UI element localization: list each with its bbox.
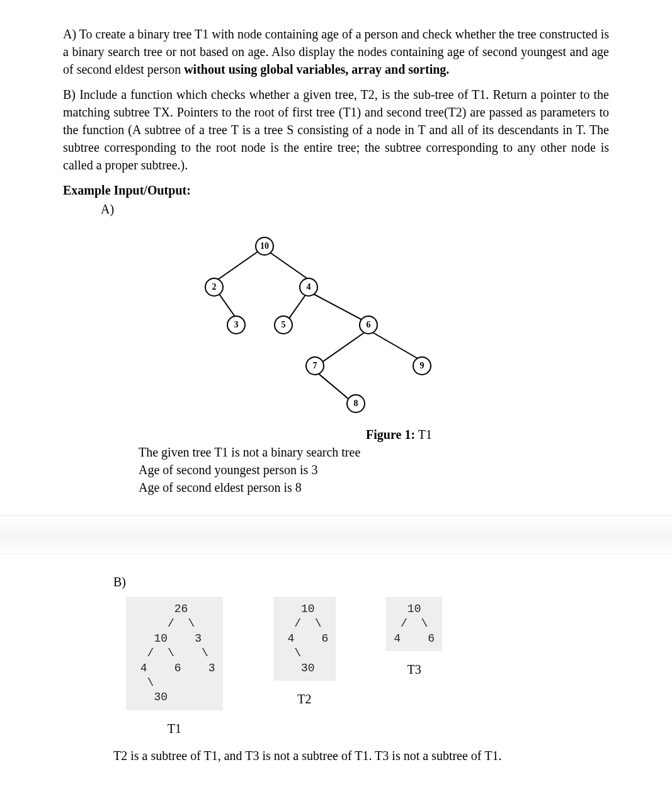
tree-node: 8 [346, 394, 365, 413]
tree-node: 5 [274, 315, 293, 334]
tree-node: 2 [205, 278, 224, 297]
ascii-tree-t3: 10 / \ 4 6 [386, 597, 442, 651]
tree-edge [266, 249, 310, 281]
tree-node: 9 [413, 356, 431, 375]
figure-output-line: Age of second eldest person is 8 [139, 479, 609, 496]
page-divider [0, 515, 672, 554]
ascii-tree-t2: 10 / \ 4 6 \ 30 [273, 597, 336, 681]
tree-block-t1: 26 / \ 10 3 / \ \ 4 6 3 \ 30 T1 [126, 597, 223, 737]
tree-block-t3: 10 / \ 4 6 T3 [386, 597, 442, 678]
figure-title: Figure 1: T1 [189, 426, 609, 443]
figure-title-rest: T1 [415, 428, 432, 441]
section-b-conclusion: T2 is a subtree of T1, and T3 is not a s… [113, 747, 609, 764]
tree-node: 4 [299, 278, 318, 297]
para-a-bold: without using global variables, array an… [184, 62, 449, 76]
tree-node: 3 [227, 315, 246, 334]
ascii-tree-t1: 26 / \ 10 3 / \ \ 4 6 3 \ 30 [126, 597, 223, 710]
tree-block-t2: 10 / \ 4 6 \ 30 T2 [273, 597, 336, 708]
trees-row: 26 / \ 10 3 / \ \ 4 6 3 \ 30 T1 10 / \ 4… [126, 597, 609, 737]
figure-title-bold: Figure 1: [366, 428, 415, 441]
tree-label-t2: T2 [297, 690, 311, 708]
tree-label-t1: T1 [168, 720, 181, 737]
section-b-label: B) [113, 573, 609, 591]
section-b: B) 26 / \ 10 3 / \ \ 4 6 3 \ 30 T1 10 / … [63, 573, 609, 764]
figure-output-line: The given tree T1 is not a binary search… [139, 443, 609, 461]
tree-node: 7 [305, 356, 324, 375]
tree-node: 6 [359, 315, 378, 334]
example-header: Example Input/Output: [63, 181, 609, 199]
paragraph-b: B) Include a function which checks wheth… [63, 86, 609, 174]
figure-caption-block: Figure 1: T1 The given tree T1 is not a … [139, 426, 609, 496]
figure-1-tree: 10 2 4 3 5 6 7 9 8 [63, 230, 609, 419]
example-a-label: A) [101, 200, 609, 218]
tree-label-t3: T3 [407, 661, 421, 678]
figure-output-line: Age of second youngest person is 3 [139, 461, 609, 479]
paragraph-a: A) To create a binary tree T1 with node … [63, 25, 609, 78]
tree-node: 10 [255, 237, 274, 256]
